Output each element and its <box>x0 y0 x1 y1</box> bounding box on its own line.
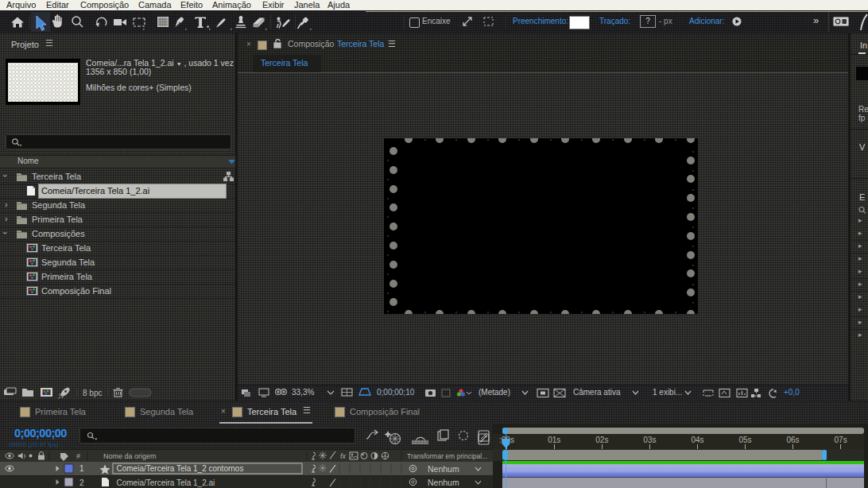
svg-text:#: # <box>76 452 80 460</box>
svg-text:33,3%: 33,3% <box>292 388 314 397</box>
svg-text:Comeia/Terceira Tela 1_2.ai: Comeia/Terceira Tela 1_2.ai <box>117 478 215 487</box>
svg-text:+0,0: +0,0 <box>784 388 800 397</box>
svg-text:Nenhum: Nenhum <box>428 478 459 487</box>
svg-text:Transformar em principal...: Transformar em principal... <box>407 452 487 460</box>
svg-text:0;00;00;10: 0;00;00;10 <box>377 388 415 397</box>
svg-text:Câmera ativa: Câmera ativa <box>573 388 621 397</box>
svg-text:2: 2 <box>79 478 84 487</box>
svg-text:Comeia/Terceira Tela 1_2 conto: Comeia/Terceira Tela 1_2 contornos <box>117 464 244 473</box>
svg-text:1: 1 <box>79 464 84 473</box>
svg-text:(Metade): (Metade) <box>479 388 510 397</box>
svg-text:Nome da origem: Nome da origem <box>103 452 157 460</box>
svg-text:8 bpc: 8 bpc <box>83 389 102 397</box>
svg-text:1 exibi...: 1 exibi... <box>653 388 682 397</box>
svg-text:Nenhum: Nenhum <box>428 464 459 474</box>
svg-text:fx: fx <box>340 452 347 460</box>
